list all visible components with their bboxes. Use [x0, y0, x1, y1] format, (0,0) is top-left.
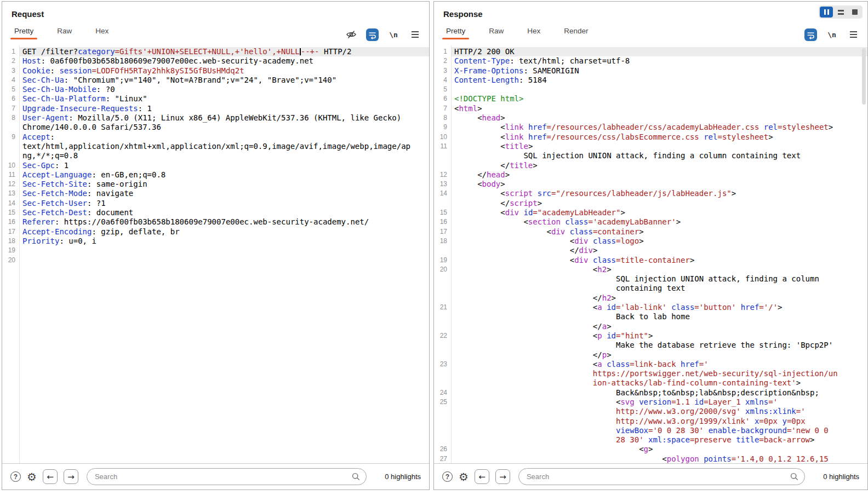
- editor-menu-icon[interactable]: [408, 28, 421, 41]
- line-number: 3: [434, 66, 451, 76]
- line-number: 18: [2, 237, 19, 246]
- line-number: 5: [434, 85, 451, 94]
- code-line: 1HTTP/2 200 OK: [434, 47, 867, 56]
- code-line: viewBox='0 0 28 30' enable-background='n…: [434, 426, 867, 435]
- code-line: 14 <script src="/resources/labheader/js/…: [434, 189, 867, 198]
- code-line: 14Sec-Fetch-User: ?1: [2, 199, 429, 208]
- settings-gear-icon[interactable]: ⚙: [27, 471, 37, 482]
- line-number: 12: [434, 170, 451, 180]
- line-number: 15: [434, 208, 451, 217]
- code-line: Back to lab home: [434, 312, 867, 321]
- code-line: </a>: [434, 322, 867, 331]
- response-tabs: PrettyRawHexRender: [434, 24, 867, 37]
- line-number: 16: [434, 217, 451, 227]
- code-line: </title>: [434, 161, 867, 170]
- code-line: 9Accept:: [2, 133, 429, 142]
- code-line: 12 </head>: [434, 170, 867, 180]
- help-icon[interactable]: ?: [442, 471, 453, 482]
- line-number: 26: [434, 445, 451, 454]
- next-match-button[interactable]: →: [64, 469, 78, 484]
- code-line: 25 <svg version=1.1 id=Layer_1 xmlns=': [434, 398, 867, 407]
- word-wrap-icon[interactable]: [366, 28, 379, 41]
- search-input[interactable]: [87, 468, 367, 485]
- line-number: 17: [2, 227, 19, 237]
- hide-nonprintable-icon[interactable]: [345, 28, 358, 41]
- request-pane-header: Request PrettyRawHex: [2, 2, 429, 45]
- code-line: 9 <link href=/resources/labheader/css/ac…: [434, 123, 867, 132]
- line-number: [434, 407, 451, 416]
- editor-menu-icon[interactable]: [847, 28, 860, 41]
- code-line: 3Cookie: session=LODFOfH5RTay2hhk8ySI5Gf…: [2, 66, 429, 76]
- line-number: 25: [434, 398, 451, 407]
- line-number: 8: [434, 113, 451, 123]
- code-line: 19 <div class=title-container>: [434, 256, 867, 265]
- code-line: 23 <a class=link-back href=': [434, 360, 867, 369]
- code-line: ng,*/*;q=0.8: [2, 151, 429, 160]
- code-line: 5Sec-Ch-Ua-Mobile: ?0: [2, 85, 429, 94]
- line-number: [434, 350, 451, 360]
- code-line: </script>: [434, 199, 867, 208]
- previous-match-button[interactable]: ←: [43, 469, 58, 484]
- settings-gear-icon[interactable]: ⚙: [459, 471, 469, 482]
- line-number: 20: [2, 256, 19, 265]
- line-number: [434, 293, 451, 303]
- code-line: 20 <h2>: [434, 265, 867, 274]
- code-line: https://portswigger.net/web-security/sql…: [434, 369, 867, 378]
- line-number: [434, 322, 451, 331]
- tab-hex[interactable]: Hex: [527, 27, 540, 35]
- tab-raw[interactable]: Raw: [57, 27, 72, 35]
- code-line: 18Priority: u=0, i: [2, 237, 429, 246]
- code-line: 16 <section class='academyLabBanner'>: [434, 217, 867, 227]
- code-line: 24 Back&nbsp;to&nbsp;lab&nbsp;descriptio…: [434, 388, 867, 398]
- line-number: 6: [434, 94, 451, 103]
- code-line: 7<html>: [434, 104, 867, 113]
- code-line: 5: [434, 85, 867, 94]
- request-search-bar: ? ⚙ ← → 0 highlights: [2, 463, 429, 490]
- line-number: 21: [434, 303, 451, 312]
- line-number: [434, 274, 451, 284]
- newline-toggle-icon[interactable]: \n: [825, 28, 838, 41]
- code-line: SQL injection UNION attack, finding a co…: [434, 151, 867, 160]
- line-number: 1: [434, 47, 451, 56]
- line-number: [2, 123, 19, 132]
- code-line: </div>: [434, 246, 867, 255]
- code-line: ion-attacks/lab-find-column-containing-t…: [434, 378, 867, 388]
- code-line: 16Referer: https://0a6f00fb03b658b180609…: [2, 217, 429, 227]
- response-editor[interactable]: 1HTTP/2 200 OK2Content-Type: text/html; …: [434, 45, 867, 463]
- code-line: 10 <link href=/resources/css/labsEcommer…: [434, 133, 867, 142]
- line-number: 11: [434, 142, 451, 151]
- line-number: 24: [434, 388, 451, 398]
- code-line: 28 30' xml:space=preserve title=back-arr…: [434, 435, 867, 445]
- code-line: 13 <body>: [434, 180, 867, 189]
- tab-hex[interactable]: Hex: [95, 27, 108, 35]
- search-icon: [352, 473, 360, 483]
- line-number: 13: [2, 189, 19, 198]
- code-line: 17 <div class=container>: [434, 227, 867, 237]
- tab-pretty[interactable]: Pretty: [14, 27, 33, 35]
- code-line: 4Sec-Ch-Ua: "Chromium";v="140", "Not=A?B…: [2, 76, 429, 85]
- next-match-button[interactable]: →: [495, 469, 510, 484]
- highlights-count: 0 highlights: [375, 473, 421, 481]
- line-number: 7: [434, 104, 451, 113]
- line-number: 10: [2, 161, 19, 170]
- word-wrap-icon[interactable]: [804, 28, 817, 41]
- tab-pretty[interactable]: Pretty: [446, 27, 465, 35]
- tab-raw[interactable]: Raw: [489, 27, 504, 35]
- request-editor[interactable]: 1GET /filter?category=Gifts'+UNION+SELEC…: [2, 45, 429, 463]
- line-number: [434, 161, 451, 170]
- code-line: </p>: [434, 350, 867, 360]
- line-number: [434, 151, 451, 160]
- line-number: 4: [2, 76, 19, 85]
- previous-match-button[interactable]: ←: [475, 469, 489, 484]
- scrollbar-thumb[interactable]: [862, 48, 866, 105]
- tab-render[interactable]: Render: [564, 27, 588, 35]
- search-input[interactable]: [518, 468, 805, 485]
- line-number: [434, 435, 451, 445]
- code-line: 22 <p id="hint">: [434, 331, 867, 341]
- line-number: 14: [2, 199, 19, 208]
- code-line: 13Sec-Fetch-Mode: navigate: [2, 189, 429, 198]
- line-number: 18: [434, 237, 451, 246]
- newline-toggle-icon[interactable]: \n: [387, 28, 400, 41]
- help-icon[interactable]: ?: [10, 471, 21, 482]
- line-number: 7: [2, 104, 19, 113]
